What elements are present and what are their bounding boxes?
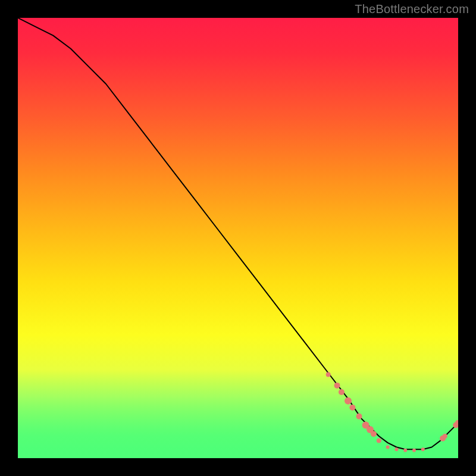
data-point [443, 434, 447, 439]
data-point [371, 431, 377, 437]
data-point [386, 446, 390, 449]
bottleneck-curve [18, 18, 458, 449]
data-point [377, 438, 381, 443]
data-point [412, 449, 416, 452]
data-point [326, 372, 331, 377]
data-point [394, 447, 398, 451]
data-points-group [326, 372, 458, 452]
chart-plot-area [18, 18, 458, 458]
source-label: TheBottlenecker.com [355, 2, 469, 16]
data-point [356, 414, 362, 419]
data-point [339, 389, 345, 395]
data-point [345, 397, 352, 405]
chart-svg [18, 18, 458, 458]
data-point [349, 405, 355, 411]
data-point [334, 383, 340, 389]
data-point [421, 447, 425, 451]
data-point [403, 449, 407, 452]
